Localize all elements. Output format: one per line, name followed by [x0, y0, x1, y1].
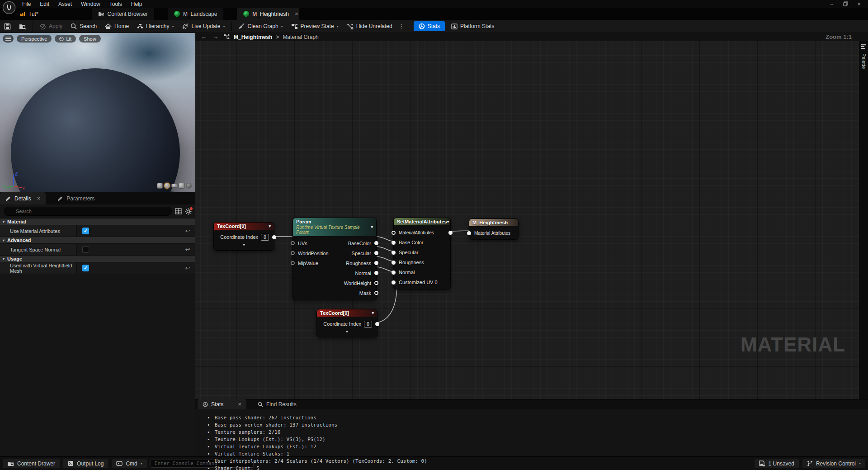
output-pin-normal[interactable]: [374, 271, 378, 275]
hierarchy-button[interactable]: Hierarchy ▾: [133, 20, 178, 33]
node-setmaterialattributes[interactable]: SetMaterialAttributes ▾ MaterialAttribut…: [393, 218, 451, 290]
node-header[interactable]: TexCoord[0] ▾: [317, 309, 377, 317]
output-pin[interactable]: [448, 231, 453, 235]
tab-find-results[interactable]: Find Results: [253, 399, 302, 409]
input-pin-roughness[interactable]: [392, 261, 396, 265]
preview-shape-plane[interactable]: [171, 184, 177, 188]
cmd-label: Cmd: [126, 461, 137, 467]
pin-label: UVs: [298, 241, 307, 246]
output-pin-basecolor[interactable]: [374, 241, 378, 245]
perspective-dropdown[interactable]: Perspective: [17, 35, 52, 43]
node-expand-icon[interactable]: ▾: [317, 329, 377, 335]
section-advanced[interactable]: ▾ Advanced: [0, 237, 195, 243]
tab-parameters[interactable]: Parameters: [52, 192, 100, 204]
node-header[interactable]: TexCoord[0] ▾: [214, 223, 274, 230]
breadcrumb-page[interactable]: Material Graph: [283, 34, 318, 40]
clean-graph-button[interactable]: Clean Graph ▾: [234, 20, 287, 33]
output-pin-specular[interactable]: [374, 251, 378, 255]
tab-details[interactable]: Details ×: [0, 192, 46, 204]
preview-shape-cylinder[interactable]: [157, 183, 163, 189]
lit-dropdown[interactable]: Lit: [55, 35, 76, 43]
apply-button[interactable]: Apply: [35, 20, 66, 33]
palette-side-tab[interactable]: Palette: [859, 41, 868, 399]
section-usage[interactable]: ▾ Usage: [0, 255, 195, 262]
display-filter-icon[interactable]: [175, 208, 182, 214]
close-tab-icon[interactable]: ×: [37, 195, 41, 202]
section-material[interactable]: ▾ Material: [0, 218, 195, 225]
node-header[interactable]: SetMaterialAttributes ▾: [394, 218, 450, 225]
output-pin-worldheight[interactable]: [374, 281, 378, 285]
node-expand-icon[interactable]: ▾: [214, 242, 274, 248]
input-pin-uvs[interactable]: [291, 241, 295, 245]
browse-to-asset-button[interactable]: [15, 20, 30, 33]
search-button[interactable]: Search: [66, 20, 101, 33]
output-pin[interactable]: [272, 235, 276, 239]
close-tab-icon[interactable]: ×: [238, 401, 241, 408]
menu-window[interactable]: Window: [77, 0, 104, 8]
input-pin-specular[interactable]: [392, 251, 396, 255]
node-header[interactable]: M_Heightmesh: [469, 219, 518, 226]
tangent-space-normal-checkbox[interactable]: [82, 246, 89, 253]
node-header[interactable]: Param Runtime Virtual Texture Sample Par…: [293, 218, 376, 236]
nav-forward-icon[interactable]: →: [212, 33, 220, 40]
menu-file[interactable]: File: [18, 0, 35, 8]
coordinate-index-value[interactable]: 0: [261, 234, 269, 241]
nav-back-icon[interactable]: ←: [200, 33, 208, 40]
save-button[interactable]: [0, 20, 15, 33]
virtual-heightfield-mesh-checkbox[interactable]: ✓: [82, 265, 89, 271]
menu-edit[interactable]: Edit: [36, 0, 53, 8]
preview-shape-sphere[interactable]: [164, 183, 170, 189]
preview-state-button[interactable]: Preview State ▾: [287, 20, 343, 33]
restore-button[interactable]: [840, 0, 851, 7]
graph-canvas[interactable]: MATERIAL TexCoord[0] ▾: [195, 41, 859, 399]
stats-toggle-button[interactable]: Stats: [414, 21, 445, 31]
menu-tools[interactable]: Tools: [105, 0, 126, 8]
reset-to-default-icon[interactable]: ↩: [180, 228, 195, 234]
tab-m-landscape[interactable]: M_Landscape: [168, 8, 223, 20]
menu-help[interactable]: Help: [127, 0, 146, 8]
input-pin-customized-uv-0[interactable]: [392, 280, 396, 285]
output-pin-mask[interactable]: [374, 291, 378, 295]
preview-shape-custom-mesh[interactable]: [186, 183, 192, 189]
close-tab-icon[interactable]: ×: [295, 10, 298, 17]
tab-stats[interactable]: Stats ×: [198, 399, 246, 409]
input-pin-materialattributes[interactable]: [392, 231, 396, 235]
show-dropdown[interactable]: Show: [79, 35, 101, 43]
input-pin-mipvalue[interactable]: [291, 261, 295, 265]
output-log-button[interactable]: Output Log: [63, 459, 108, 468]
close-window-button[interactable]: ×: [854, 0, 864, 7]
node-material-result[interactable]: M_Heightmesh Material Attributes: [469, 218, 519, 240]
preview-shape-cube[interactable]: [179, 183, 184, 189]
use-material-attributes-checkbox[interactable]: ✓: [82, 228, 89, 234]
output-pin-roughness[interactable]: [374, 261, 378, 265]
unreal-logo-icon[interactable]: [2, 1, 16, 14]
tab-m-heightmesh[interactable]: M_Heightmesh ×: [237, 8, 299, 20]
minimize-button[interactable]: –: [826, 0, 837, 7]
hide-unrelated-button[interactable]: Hide Unrelated: [343, 20, 396, 33]
input-pin-material-attributes[interactable]: [467, 231, 471, 235]
coordinate-index-value[interactable]: 0: [364, 321, 372, 328]
platform-stats-button[interactable]: Platform Stats: [447, 20, 498, 33]
node-texcoord-0-second[interactable]: TexCoord[0] ▾ Coordinate Index 0 ▾: [316, 309, 377, 337]
breadcrumb-asset[interactable]: M_Heightmesh: [234, 34, 272, 40]
input-pin-base-color[interactable]: [392, 241, 396, 245]
reset-to-default-icon[interactable]: ↩: [180, 265, 195, 271]
toolbar-overflow-button[interactable]: ⋮: [396, 20, 406, 33]
content-drawer-button[interactable]: Content Drawer: [3, 459, 60, 468]
menu-asset[interactable]: Asset: [54, 0, 76, 8]
input-pin-worldposition[interactable]: [291, 251, 295, 255]
level-tab[interactable]: Tut*: [20, 8, 38, 20]
viewport-menu-icon[interactable]: [3, 35, 14, 43]
output-pin[interactable]: [375, 322, 379, 326]
node-runtime-virtual-texture-sample-param[interactable]: Param Runtime Virtual Texture Sample Par…: [292, 218, 377, 300]
cmd-dropdown[interactable]: Cmd ▾: [112, 459, 146, 468]
home-button[interactable]: Home: [101, 20, 133, 33]
details-search-input[interactable]: [4, 207, 172, 216]
reset-to-default-icon[interactable]: ↩: [180, 246, 195, 253]
node-texcoord-0[interactable]: TexCoord[0] ▾ Coordinate Index 0 ▾: [213, 222, 274, 251]
live-update-button[interactable]: Live Update ▾: [178, 20, 229, 33]
tab-content-browser[interactable]: Content Browser: [92, 8, 154, 20]
settings-gear-icon[interactable]: [185, 208, 192, 215]
input-pin-normal[interactable]: [392, 271, 396, 275]
preview-viewport[interactable]: Perspective Lit Show Z Y x: [0, 33, 195, 192]
